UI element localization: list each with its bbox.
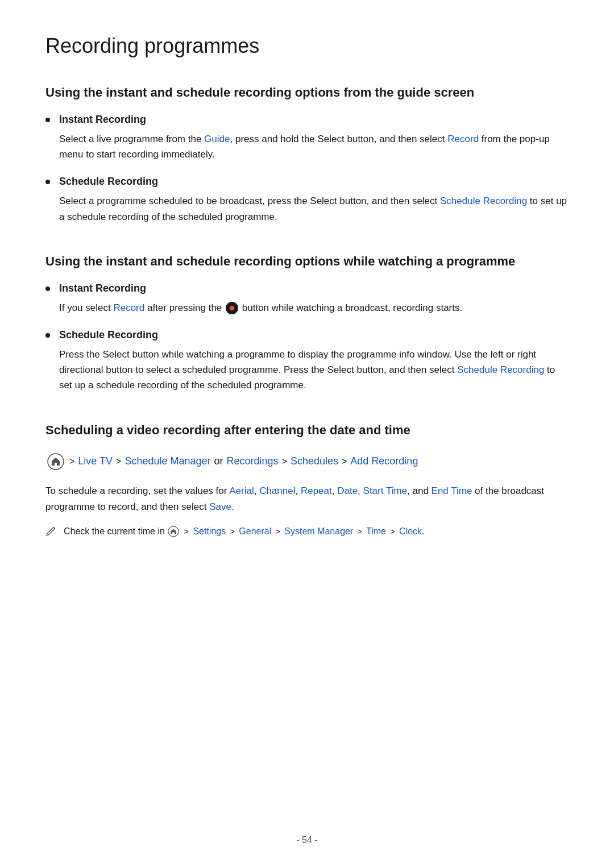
record-link[interactable]: Record (447, 134, 479, 144)
section-1-title: Using the instant and schedule recording… (45, 85, 569, 100)
note-text: Check the current time in > Settings > G… (64, 524, 425, 539)
page-number: - 54 - (296, 835, 317, 845)
bullet-label: Schedule Recording (59, 176, 569, 188)
bullet-dot (45, 118, 50, 122)
schedule-recording-link[interactable]: Schedule Recording (440, 196, 527, 206)
nav-chevron-note: > (358, 527, 362, 536)
bullet-text: Select a live programme from the Guide, … (59, 131, 569, 162)
bullet-dot (45, 180, 50, 184)
end-time-link[interactable]: End Time (432, 485, 472, 496)
page-container: Recording programmes Using the instant a… (0, 0, 614, 598)
nav-chevron: > (116, 456, 121, 467)
start-time-link[interactable]: Start Time (363, 485, 407, 496)
nav-chevron-note: > (230, 527, 235, 536)
time-link[interactable]: Time (366, 526, 386, 536)
nav-path: > Live TV > Schedule Manager or Recordin… (45, 451, 569, 472)
system-manager-link[interactable]: System Manager (284, 526, 353, 536)
nav-or: or (214, 455, 223, 467)
repeat-link[interactable]: Repeat (301, 485, 332, 496)
schedules-link[interactable]: Schedules (291, 455, 338, 467)
list-item: Schedule Recording Select a programme sc… (45, 176, 569, 224)
bullet-label: Schedule Recording (59, 329, 569, 341)
bullet-label: Instant Recording (59, 283, 569, 294)
bullet-text: Press the Select button while watching a… (59, 347, 569, 393)
pencil-icon (45, 525, 57, 539)
page-title: Recording programmes (45, 34, 569, 58)
bullet-label: Instant Recording (59, 114, 569, 126)
guide-link[interactable]: Guide (204, 134, 230, 144)
nav-chevron: > (282, 456, 287, 467)
list-item: Instant Recording Select a live programm… (45, 114, 569, 162)
aerial-link[interactable]: Aerial (229, 485, 254, 496)
small-home-icon (167, 525, 180, 538)
channel-link[interactable]: Channel (259, 485, 295, 496)
bullet-content: Schedule Recording Select a programme sc… (59, 176, 569, 224)
save-link[interactable]: Save (209, 501, 231, 512)
date-link[interactable]: Date (337, 485, 358, 496)
schedule-recording-link-2[interactable]: Schedule Recording (457, 364, 544, 375)
nav-chevron: > (342, 456, 347, 467)
bullet-content: Schedule Recording Press the Select butt… (59, 329, 569, 393)
general-link[interactable]: General (239, 526, 271, 536)
schedule-manager-link[interactable]: Schedule Manager (125, 455, 210, 467)
section-2-title: Using the instant and schedule recording… (45, 254, 569, 269)
note-item: Check the current time in > Settings > G… (45, 524, 569, 539)
add-recording-link[interactable]: Add Recording (350, 455, 418, 467)
list-item: Schedule Recording Press the Select butt… (45, 329, 569, 393)
bullet-dot (45, 333, 50, 338)
section-2: Using the instant and schedule recording… (45, 254, 569, 393)
bullet-content: Instant Recording If you select Record a… (59, 283, 569, 315)
bullet-text: If you select Record after pressing the … (59, 300, 569, 315)
section-3-title: Scheduling a video recording after enter… (45, 423, 569, 438)
live-tv-link[interactable]: Live TV (78, 455, 113, 467)
page-footer: - 54 - (0, 835, 614, 845)
home-icon (45, 451, 66, 472)
nav-chevron-note: > (184, 527, 189, 536)
nav-chevron-note: > (390, 527, 395, 536)
section-1: Using the instant and schedule recording… (45, 85, 569, 225)
recordings-link[interactable]: Recordings (227, 455, 279, 467)
clock-link[interactable]: Clock (399, 526, 422, 536)
bullet-text: Select a programme scheduled to be broad… (59, 193, 569, 224)
settings-link[interactable]: Settings (193, 526, 226, 536)
nav-chevron-note: > (276, 527, 280, 536)
record-link-2[interactable]: Record (113, 302, 144, 313)
bullet-dot (45, 286, 50, 291)
list-item: Instant Recording If you select Record a… (45, 283, 569, 315)
record-button-icon (226, 302, 238, 314)
bullet-content: Instant Recording Select a live programm… (59, 114, 569, 162)
body-text: To schedule a recording, set the values … (45, 483, 569, 515)
section-3: Scheduling a video recording after enter… (45, 423, 569, 539)
nav-chevron: > (69, 456, 74, 467)
